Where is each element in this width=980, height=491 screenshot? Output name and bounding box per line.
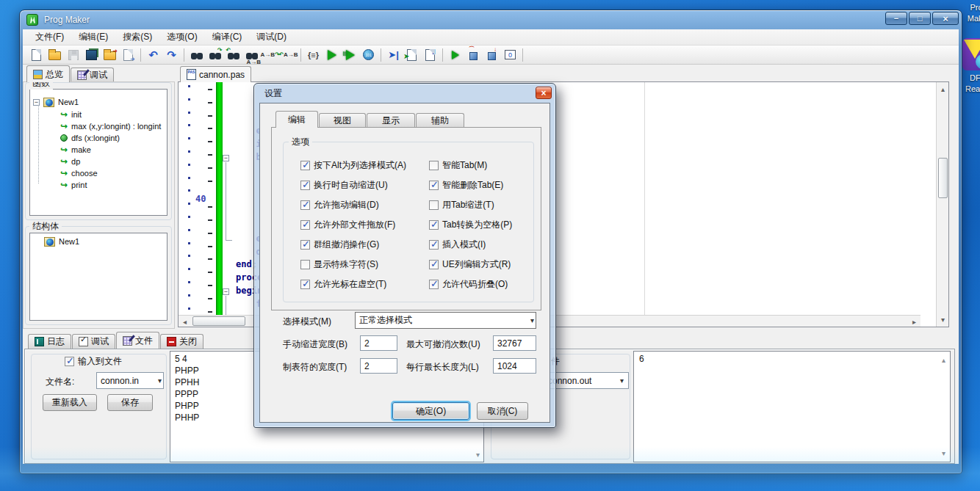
- option-tab-to-spaces[interactable]: Tab转换为空格(P): [429, 219, 512, 231]
- option-show-special-chars[interactable]: 显示特殊字符(S): [300, 258, 378, 271]
- dialog-close-icon[interactable]: [536, 87, 552, 99]
- replace-icon[interactable]: A→B: [242, 47, 261, 63]
- maximize-icon[interactable]: [909, 12, 931, 25]
- step-to-cursor-icon[interactable]: ➤|: [384, 47, 403, 63]
- vscroll-thumb[interactable]: [938, 158, 948, 198]
- checkbox-box[interactable]: [300, 280, 310, 289]
- editor-vscrollbar[interactable]: [936, 82, 948, 327]
- checkbox-box[interactable]: [429, 220, 439, 230]
- dropdown-arrow-icon[interactable]: [620, 373, 624, 388]
- title-bar[interactable]: Prog Maker: [19, 10, 962, 29]
- indent-width-input[interactable]: 2: [360, 335, 397, 351]
- tree-item-choose[interactable]: choose: [60, 167, 98, 179]
- menu-search[interactable]: 搜索(S): [116, 29, 159, 45]
- bookmark-page-icon[interactable]: ▮: [421, 47, 439, 63]
- menu-edit[interactable]: 编辑(E): [72, 29, 115, 45]
- input-to-file-checkbox[interactable]: 输入到文件: [65, 355, 122, 368]
- scroll-down-icon[interactable]: [472, 449, 483, 460]
- tab-log[interactable]: 日志: [28, 334, 71, 349]
- checkbox-box[interactable]: [300, 240, 310, 250]
- dialog-tab-assist[interactable]: 辅助: [416, 113, 464, 128]
- new-file-icon[interactable]: [27, 47, 46, 63]
- tree-item-make[interactable]: make: [60, 144, 91, 156]
- tree-item-dfs[interactable]: dfs (x:longint): [60, 132, 120, 144]
- tab-debug-bottom[interactable]: ✓ 调试: [72, 334, 115, 349]
- option-external-drop[interactable]: 允许外部文件拖放(F): [300, 219, 395, 231]
- tree-item-print[interactable]: print: [60, 179, 87, 191]
- option-indent-with-tab[interactable]: 用Tab缩进(T): [429, 199, 494, 211]
- checkbox-box[interactable]: [429, 280, 439, 289]
- hscroll-thumb[interactable]: [192, 316, 245, 326]
- find-icon[interactable]: [187, 47, 206, 63]
- output-file-memo[interactable]: 6: [633, 351, 951, 462]
- fold-collapse-icon[interactable]: [223, 288, 229, 295]
- fold-collapse-icon[interactable]: [223, 155, 229, 161]
- collapse-icon[interactable]: [33, 99, 40, 106]
- max-line-length-input[interactable]: 1024: [493, 358, 536, 374]
- option-group-undo[interactable]: 群组撤消操作(G): [300, 239, 379, 251]
- block-select-icon[interactable]: {≡}: [304, 47, 323, 63]
- select-mode-combobox[interactable]: 正常选择模式: [355, 312, 536, 329]
- find-next-icon[interactable]: ↷: [206, 47, 224, 63]
- checkbox-box[interactable]: [300, 181, 310, 190]
- tab-overview[interactable]: 总览: [26, 65, 70, 82]
- dropdown-arrow-icon[interactable]: [530, 313, 534, 328]
- scroll-up-icon[interactable]: [937, 84, 948, 95]
- option-smart-delete-tab[interactable]: 智能删除Tab(E): [429, 179, 503, 192]
- replace-next-icon[interactable]: A→B↷: [261, 47, 279, 63]
- undo-icon[interactable]: [144, 47, 162, 63]
- checkbox-box[interactable]: [300, 200, 310, 210]
- step-into-page-icon[interactable]: ➤: [403, 47, 421, 63]
- run-icon[interactable]: [446, 47, 464, 63]
- checkbox-box[interactable]: [429, 161, 439, 170]
- checkbox-box[interactable]: [429, 260, 439, 269]
- checkbox-box[interactable]: [300, 220, 310, 230]
- tree-item-max[interactable]: max (x,y:longint) : longint: [60, 120, 161, 132]
- max-undo-input[interactable]: 32767: [493, 335, 536, 351]
- watch-window-icon[interactable]: 0: [501, 47, 519, 63]
- scroll-down-icon[interactable]: [937, 314, 948, 325]
- tab-file[interactable]: 文件: [116, 332, 159, 349]
- trace-into-icon[interactable]: ↓: [483, 47, 501, 63]
- scroll-right-icon[interactable]: [909, 316, 920, 327]
- cancel-button[interactable]: 取消(C): [477, 402, 528, 420]
- checkbox-box[interactable]: [429, 200, 439, 210]
- option-insert-mode[interactable]: 插入模式(I): [429, 239, 486, 251]
- menu-options[interactable]: 选项(O): [160, 29, 203, 45]
- redo-icon[interactable]: [162, 47, 181, 63]
- tab-close-panel[interactable]: 关闭: [160, 334, 203, 349]
- open-file-icon[interactable]: [46, 47, 64, 63]
- dialog-tab-view[interactable]: 视图: [319, 113, 366, 128]
- compile-icon[interactable]: [323, 47, 341, 63]
- minimize-icon[interactable]: [885, 12, 907, 25]
- tree-item-init[interactable]: init: [60, 109, 82, 120]
- menu-compile[interactable]: 编译(C): [206, 29, 249, 45]
- tree-item-struct-root[interactable]: New1: [44, 236, 79, 247]
- dialog-tab-edit[interactable]: 编辑: [275, 111, 318, 128]
- scroll-left-icon[interactable]: [179, 316, 190, 327]
- option-smart-tab[interactable]: 智能Tab(M): [429, 159, 487, 172]
- checkbox-box[interactable]: [429, 240, 439, 250]
- checkbox-box[interactable]: [300, 260, 310, 269]
- scroll-down-icon[interactable]: [938, 448, 949, 459]
- binary-output-icon[interactable]: 101: [359, 47, 378, 63]
- checkbox-box[interactable]: [65, 357, 74, 366]
- option-auto-indent[interactable]: 换行时自动缩进(U): [300, 179, 388, 192]
- compile-run-icon[interactable]: ▤: [341, 47, 359, 63]
- option-cursor-beyond-eol[interactable]: 允许光标在虚空(T): [300, 278, 386, 291]
- replace-prev-icon[interactable]: ↶A→B: [279, 47, 298, 63]
- tab-cannon-pas[interactable]: PAS cannon.pas: [180, 66, 251, 82]
- option-drag-edit[interactable]: 允许拖动编辑(D): [300, 199, 379, 211]
- save-file-icon[interactable]: [64, 47, 82, 63]
- trace-over-icon[interactable]: ⌒: [464, 47, 483, 63]
- option-code-folding[interactable]: 允许代码折叠(O): [429, 278, 508, 291]
- checkbox-box[interactable]: [300, 161, 310, 170]
- scroll-up-icon[interactable]: [938, 354, 949, 365]
- menu-debug[interactable]: 调试(D): [250, 29, 293, 45]
- dfm-reader-icon[interactable]: [962, 38, 980, 70]
- import-folder-icon[interactable]: ➜: [101, 47, 119, 63]
- menu-file[interactable]: 文件(F): [29, 29, 71, 45]
- tab-debug-sidebar[interactable]: 调试: [71, 68, 114, 82]
- option-ue-column-edit[interactable]: UE列编辑方式(R): [429, 258, 511, 271]
- export-page-icon[interactable]: ➜: [119, 47, 137, 63]
